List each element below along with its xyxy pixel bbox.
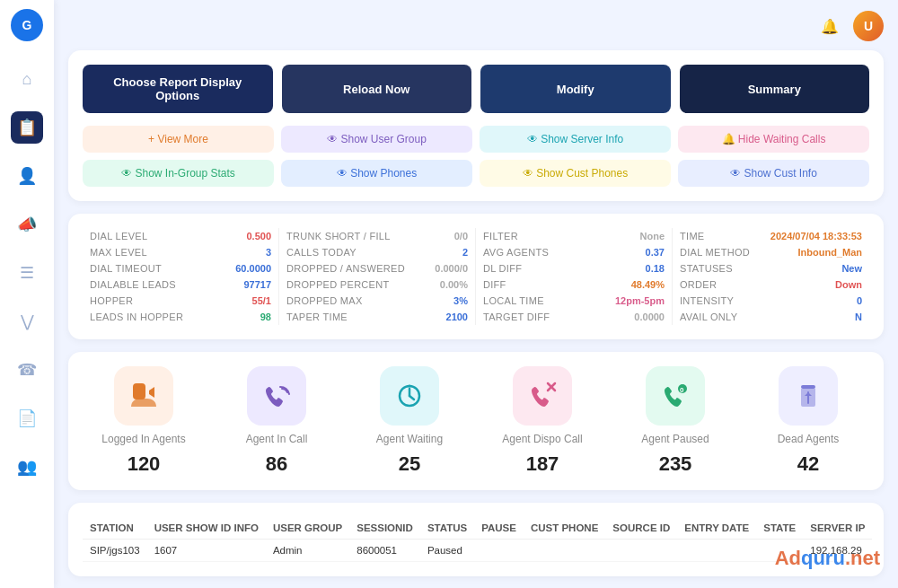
stats-col-2: TRUNK SHORT / FILL 0/0 CALLS TODAY 2 DRO… (279, 228, 476, 325)
sidebar-item-document[interactable]: 📄 (11, 402, 43, 434)
dead-agents-card[interactable]: Dead Agents 42 (747, 366, 869, 476)
svg-rect-0 (133, 383, 145, 399)
logged-in-agents-count: 120 (128, 452, 161, 476)
topbar: 🔔 U (68, 11, 884, 41)
show-server-info-button[interactable]: 👁 Show Server Info (480, 126, 671, 153)
agent-paused-label: Agent Paused (641, 433, 709, 445)
agent-waiting-card[interactable]: Agent Waiting 25 (348, 366, 471, 476)
agent-cards-grid: Logged In Agents 120 Agent In Call 86 (83, 366, 869, 476)
agent-paused-count: 235 (659, 452, 692, 476)
agent-paused-card[interactable]: 0 Agent Paused 235 (614, 366, 736, 476)
col-cust-phone: CUST PHONE (524, 517, 605, 540)
show-cust-info-button[interactable]: 👁 Show Cust Info (678, 160, 869, 187)
stat-time: TIME 2024/07/04 18:33:53 (680, 228, 862, 244)
stat-dl-diff: DL DIFF 0.18 (483, 260, 665, 276)
stats-col-4: TIME 2024/07/04 18:33:53 DIAL METHOD Inb… (673, 228, 869, 325)
stats-grid: DIAL LEVEL 0.500 MAX LEVEL 3 DIAL TIMEOU… (83, 228, 869, 325)
col-entry-date: ENTRY DATE (677, 517, 756, 540)
col-sessionid: SESSIONID (349, 517, 420, 540)
agent-dispo-call-icon (513, 366, 572, 426)
col-source-id: SOURCE ID (605, 517, 677, 540)
view-more-button[interactable]: + View More (83, 126, 274, 153)
stat-calls-today: CALLS TODAY 2 (286, 244, 468, 260)
agent-in-call-card[interactable]: Agent In Call 86 (216, 366, 338, 476)
svg-rect-9 (801, 385, 815, 389)
stat-target-diff: TARGET DIFF 0.0000 (483, 309, 665, 325)
agent-waiting-label: Agent Waiting (376, 433, 443, 445)
col-server-ip: SERVER IP (803, 517, 872, 540)
logged-in-agents-card[interactable]: Logged In Agents 120 (83, 366, 205, 476)
sidebar-item-filter[interactable]: ⋁ (11, 305, 43, 338)
agent-dispo-count: 187 (526, 452, 559, 476)
stat-dropped-percent: DROPPED PERCENT 0.00% (286, 276, 468, 293)
agent-in-call-count: 86 (266, 452, 287, 476)
report-controls-card: Choose Report Display Options Reload Now… (68, 50, 884, 201)
stat-trunk-short: TRUNK SHORT / FILL 0/0 (286, 228, 468, 244)
agent-dispo-call-card[interactable]: Agent Dispo Call 187 (481, 366, 603, 476)
agent-cards-container: Logged In Agents 120 Agent In Call 86 (68, 352, 884, 490)
stat-avail-only: AVAIL ONLY N (680, 309, 862, 325)
hide-waiting-calls-button[interactable]: 🔔 Hide Waiting Calls (678, 126, 869, 153)
data-table-card: STATION USER SHOW ID INFO USER GROUP SES… (68, 503, 884, 576)
stat-order: ORDER Down (680, 276, 862, 293)
show-user-group-button[interactable]: 👁 Show User Group (281, 126, 472, 153)
sidebar-logo: G (11, 9, 43, 41)
stats-col-3: FILTER None AVG AGENTS 0.37 DL DIFF 0.18… (476, 228, 673, 325)
sidebar-item-phone[interactable]: ☎ (11, 354, 43, 386)
sidebar-item-reports[interactable]: 📋 (11, 111, 43, 144)
main-content: 🔔 U Choose Report Display Options Reload… (54, 0, 898, 588)
stat-dial-method: DIAL METHOD Inbound_Man (680, 244, 862, 260)
agent-dispo-label: Agent Dispo Call (502, 433, 582, 445)
stat-statuses: STATUSES New (680, 260, 862, 276)
dead-agents-count: 42 (797, 452, 819, 476)
stat-dropped-answered: DROPPED / ANSWERED 0.000/0 (286, 260, 468, 276)
agent-in-call-label: Agent In Call (246, 433, 308, 445)
svg-text:0: 0 (680, 386, 684, 394)
sidebar-item-home[interactable]: ⌂ (11, 63, 43, 95)
sidebar: G ⌂ 📋 👤 📣 ☰ ⋁ ☎ 📄 👥 (0, 0, 54, 588)
stat-intensity: INTENSITY 0 (680, 293, 862, 309)
stats-card: DIAL LEVEL 0.500 MAX LEVEL 3 DIAL TIMEOU… (68, 214, 884, 339)
notifications-icon[interactable]: 🔔 (815, 12, 844, 40)
reload-now-button[interactable]: Reload Now (282, 65, 472, 113)
agent-waiting-count: 25 (399, 452, 420, 476)
svg-point-4 (409, 385, 411, 388)
summary-button[interactable]: Summary (680, 65, 870, 113)
dead-agents-label: Dead Agents (778, 433, 840, 445)
col-status: STATUS (420, 517, 474, 540)
svg-line-3 (409, 396, 414, 399)
stat-diff: DIFF 48.49% (483, 276, 665, 293)
choose-report-button[interactable]: Choose Report Display Options (83, 65, 273, 113)
agent-in-call-icon (247, 366, 306, 426)
col-pause: PAUSE (474, 517, 524, 540)
stat-local-time: LOCAL TIME 12pm-5pm (483, 293, 665, 309)
stats-col-1: DIAL LEVEL 0.500 MAX LEVEL 3 DIAL TIMEOU… (83, 228, 279, 325)
sidebar-item-list[interactable]: ☰ (11, 257, 43, 289)
sidebar-item-campaign[interactable]: 📣 (11, 208, 43, 241)
stat-filter: FILTER None (483, 228, 665, 244)
col-user-group: USER GROUP (266, 517, 349, 540)
show-cust-phones-button[interactable]: 👁 Show Cust Phones (480, 160, 671, 187)
col-user-show-id: USER SHOW ID INFO (147, 517, 266, 540)
modify-button[interactable]: Modify (480, 65, 671, 113)
agent-paused-icon: 0 (646, 366, 705, 426)
sidebar-item-group[interactable]: 👥 (11, 451, 43, 483)
stat-max-level: MAX LEVEL 3 (90, 244, 271, 260)
logged-in-agents-label: Logged In Agents (101, 433, 185, 445)
agent-table: STATION USER SHOW ID INFO USER GROUP SES… (83, 517, 872, 562)
stat-taper-time: TAPER TIME 2100 (286, 309, 468, 325)
sub-actions-row: + View More 👁 Show User Group 👁 Show Ser… (83, 126, 869, 187)
agent-waiting-icon (380, 366, 439, 426)
stat-dial-level: DIAL LEVEL 0.500 (90, 228, 271, 244)
report-buttons-row: Choose Report Display Options Reload Now… (83, 65, 869, 113)
sidebar-item-user[interactable]: 👤 (11, 160, 43, 192)
stat-hopper: HOPPER 55/1 (90, 293, 271, 309)
stat-dial-timeout: DIAL TIMEOUT 60.0000 (90, 260, 271, 276)
show-ingroup-stats-button[interactable]: 👁 Show In-Group Stats (83, 160, 274, 187)
avatar[interactable]: U (853, 11, 884, 41)
stat-dropped-max: DROPPED MAX 3% (286, 293, 468, 309)
show-phones-button[interactable]: 👁 Show Phones (281, 160, 472, 187)
stat-dialable-leads: DIALABLE LEADS 97717 (90, 276, 271, 293)
col-state: STATE (756, 517, 803, 540)
logged-in-agents-icon (114, 366, 173, 426)
